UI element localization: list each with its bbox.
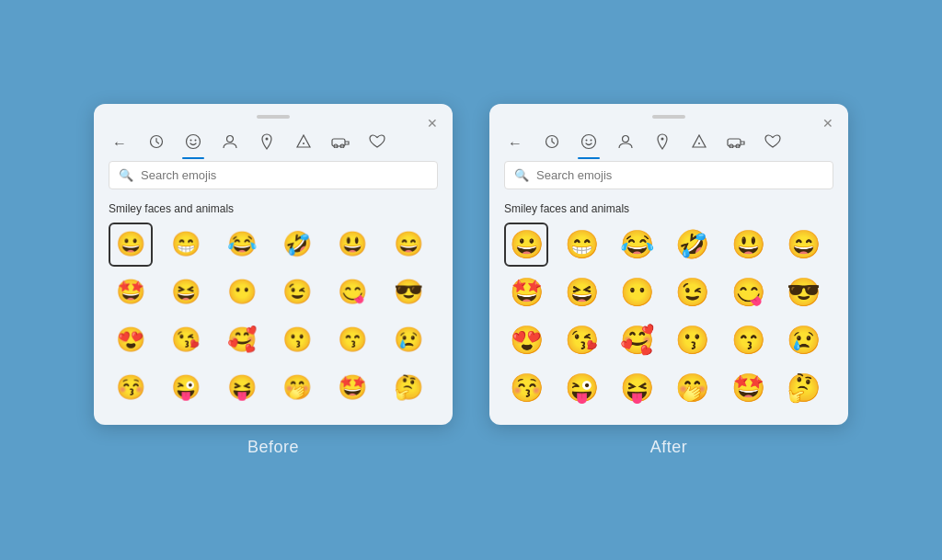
after-nav-location[interactable] [651,133,673,154]
after-emoji-sunglasses[interactable]: 😎 [782,270,826,314]
after-emoji-crying[interactable]: 😢 [782,318,826,362]
after-emoji-thinking[interactable]: 🤔 [782,366,826,410]
after-search-box[interactable]: 🔍 [504,161,833,189]
before-emoji-starstruck[interactable]: 🤩 [109,270,153,314]
after-search-icon: 🔍 [514,168,529,182]
after-panel-wrapper: ✕ ← [489,104,848,457]
after-section-title: Smiley faces and animals [489,199,848,223]
svg-point-13 [586,139,588,141]
svg-marker-6 [297,135,310,147]
after-emoji-kissing-heart[interactable]: 😘 [559,318,603,362]
after-nav-people[interactable] [615,133,637,154]
before-emoji-heart-eyes[interactable]: 😍 [109,318,153,362]
before-emoji-smile[interactable]: 😄 [386,223,431,267]
before-emoji-kissing-smiling[interactable]: 😙 [330,318,374,362]
after-panel: ✕ ← [489,104,848,425]
before-section-title: Smiley faces and animals [94,199,453,223]
before-nav-smiley[interactable] [182,133,204,154]
main-container: ✕ ← [0,0,942,560]
before-nav-food[interactable] [293,134,315,153]
before-emoji-rofl[interactable]: 🤣 [275,223,319,267]
svg-point-14 [591,139,592,141]
before-emoji-grin[interactable]: 😁 [164,223,208,267]
after-nav-smiley[interactable] [578,133,600,154]
after-nav-back[interactable]: ← [504,135,526,152]
before-search-box[interactable]: 🔍 [109,161,438,189]
after-emoji-kissing[interactable]: 😗 [671,318,715,362]
before-emoji-winking-tongue[interactable]: 😜 [164,366,208,410]
before-label: Before [247,438,299,457]
before-emoji-kissing[interactable]: 😗 [275,318,319,362]
after-emoji-rofl[interactable]: 🤣 [671,223,715,267]
before-emoji-grid: 😀 😁 😂 🤣 😃 😄 🤩 😆 😶 😉 😋 😎 😍 😘 🥰 😗 😙 [94,223,453,410]
after-emoji-squinting-tongue[interactable]: 😝 [615,366,660,410]
after-emoji-expressionless[interactable]: 😶 [615,270,660,314]
after-emoji-starstruck[interactable]: 🤩 [504,270,548,314]
after-emoji-joy[interactable]: 😂 [615,223,660,267]
after-emoji-grin[interactable]: 😁 [559,223,603,267]
after-label: After [650,438,688,457]
after-nav-row: ← [489,130,848,161]
after-close-button[interactable]: ✕ [822,117,835,130]
before-nav-travel[interactable] [329,135,351,152]
before-nav-location[interactable] [256,133,278,154]
svg-point-4 [227,135,234,142]
after-emoji-grinning[interactable]: 😀 [504,223,548,267]
before-emoji-smiley[interactable]: 😃 [330,223,374,267]
before-search-icon: 🔍 [119,168,133,182]
before-emoji-joy[interactable]: 😂 [220,223,264,267]
after-emoji-hand-over-mouth[interactable]: 🤭 [671,366,715,410]
before-emoji-thinking[interactable]: 🤔 [386,366,431,410]
svg-point-15 [623,135,629,142]
after-drag-handle [652,115,685,119]
before-search-input[interactable] [141,168,428,182]
before-panel: ✕ ← [94,104,453,425]
after-emoji-smiley[interactable]: 😃 [726,223,770,267]
after-nav-travel[interactable] [725,135,747,152]
after-emoji-smiling-hearts[interactable]: 🥰 [615,318,660,362]
before-close-button[interactable]: ✕ [427,117,440,130]
before-emoji-squinting-tongue[interactable]: 😝 [220,366,264,410]
before-nav-recent[interactable] [145,134,167,153]
svg-marker-17 [693,135,706,147]
svg-point-7 [303,143,304,144]
after-emoji-grid: 😀 😁 😂 🤣 😃 😄 🤩 😆 😶 😉 😋 😎 😍 😘 🥰 😗 😙 [489,223,848,410]
svg-point-18 [698,143,700,144]
after-emoji-smile[interactable]: 😄 [782,223,826,267]
before-nav-people[interactable] [219,133,241,154]
before-drag-handle [257,115,290,119]
svg-point-5 [266,137,269,140]
before-nav-row: ← [94,130,453,161]
after-emoji-kissing-closed[interactable]: 😚 [504,366,548,410]
after-emoji-star-struck2[interactable]: 🤩 [726,366,770,410]
before-nav-back[interactable]: ← [109,135,131,152]
before-emoji-smiling-hearts[interactable]: 🥰 [220,318,264,362]
before-emoji-kissing-heart[interactable]: 😘 [164,318,208,362]
after-emoji-winking-tongue[interactable]: 😜 [559,366,603,410]
after-search-input[interactable] [536,168,823,182]
before-emoji-hand-over-mouth[interactable]: 🤭 [275,366,319,410]
before-emoji-laughing[interactable]: 😆 [164,270,208,314]
before-emoji-expressionless[interactable]: 😶 [220,270,264,314]
after-nav-food[interactable] [688,134,710,153]
svg-point-16 [661,137,664,140]
after-nav-recent[interactable] [541,134,563,153]
before-emoji-grinning[interactable]: 😀 [109,223,153,267]
after-emoji-heart-eyes[interactable]: 😍 [504,318,548,362]
before-emoji-wink[interactable]: 😉 [275,270,319,314]
after-nav-heart[interactable] [762,134,784,153]
after-emoji-yum[interactable]: 😋 [726,270,770,314]
after-emoji-kissing-smiling[interactable]: 😙 [726,318,770,362]
before-titlebar: ✕ [94,104,453,130]
before-emoji-kissing-closed[interactable]: 😚 [109,366,153,410]
before-emoji-yum[interactable]: 😋 [330,270,374,314]
svg-point-1 [187,134,201,148]
before-emoji-sunglasses[interactable]: 😎 [386,270,431,314]
after-emoji-wink[interactable]: 😉 [671,270,715,314]
svg-point-3 [195,139,197,141]
before-nav-heart[interactable] [366,134,388,153]
before-emoji-crying[interactable]: 😢 [386,318,431,362]
after-emoji-laughing[interactable]: 😆 [559,270,603,314]
before-panel-wrapper: ✕ ← [94,104,453,457]
before-emoji-star-struck2[interactable]: 🤩 [330,366,374,410]
